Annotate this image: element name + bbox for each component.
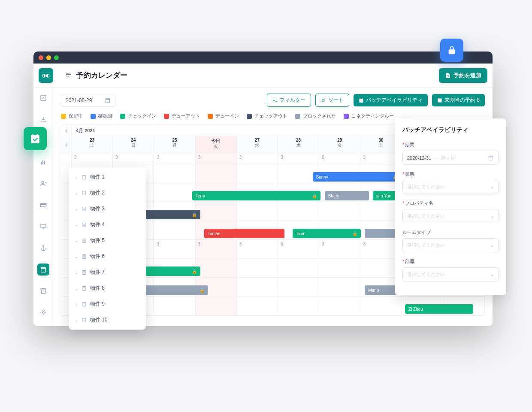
sidebar-item-dashboard[interactable] — [37, 92, 49, 104]
prev-month-button[interactable]: ‹ — [61, 125, 72, 136]
lock-badge — [440, 39, 463, 62]
calendar-cell[interactable] — [154, 297, 195, 315]
property-item[interactable]: ⌄物件 8 — [69, 280, 146, 296]
batch-availability-button[interactable]: バッチアベイラビリティ — [354, 94, 428, 106]
calendar-cell[interactable]: 3 — [154, 240, 195, 258]
svg-rect-14 — [83, 254, 85, 258]
legend-swatch — [295, 114, 300, 119]
calendar-cell[interactable] — [154, 183, 195, 202]
calendar-cell[interactable]: 3 — [196, 240, 237, 258]
booking-bar[interactable]: Tina🔒 — [293, 229, 361, 238]
booking-bar[interactable]: Sunny🔒 — [313, 172, 401, 182]
calendar-cell[interactable] — [278, 297, 319, 315]
filter-icon — [272, 98, 278, 103]
calendar-cell[interactable]: 3 — [319, 240, 360, 258]
period-input[interactable]: 2020-12-31 → 終了日 — [402, 151, 499, 165]
date-picker[interactable]: 2021-06-29 — [61, 94, 115, 107]
calendar-cell[interactable] — [237, 297, 278, 315]
unassigned-button[interactable]: 未割当の予約 8 — [432, 94, 485, 106]
day-header[interactable]: 29金 — [319, 136, 360, 153]
calendar-cell[interactable] — [278, 278, 319, 296]
state-select[interactable]: 選択してください ⌄ — [402, 180, 499, 194]
sidebar-item-archive[interactable] — [37, 285, 49, 297]
calendar-check-icon — [30, 133, 41, 144]
sort-button[interactable]: ソート — [315, 94, 349, 107]
period-label: *期間 — [402, 142, 499, 148]
sidebar-item-anchor[interactable] — [37, 242, 49, 254]
calendar-cell[interactable] — [319, 202, 360, 221]
calendar-cell[interactable] — [154, 164, 195, 183]
sidebar-item-inbox[interactable] — [37, 113, 49, 125]
property-item[interactable]: ⌄物件 6 — [69, 248, 146, 264]
calendar-cell[interactable] — [319, 278, 360, 296]
calendar-cell[interactable] — [319, 297, 360, 315]
day-header[interactable]: 23土 — [72, 136, 113, 153]
filter-button[interactable]: フィルター — [267, 94, 311, 107]
count-cell: 0 — [319, 153, 360, 164]
room-select[interactable]: 選択してください ⌄ — [402, 267, 499, 282]
calendar-cell[interactable] — [278, 202, 319, 221]
calendar-cell[interactable] — [196, 297, 237, 315]
calendar-cell[interactable] — [360, 297, 402, 315]
calendar-cell[interactable] — [319, 259, 360, 277]
list-icon — [437, 98, 442, 103]
calendar-cell[interactable]: 3 — [278, 240, 319, 258]
booking-bar[interactable]: Terry🔒 — [192, 191, 321, 200]
sidebar-item-settings[interactable] — [37, 306, 49, 318]
arrow-icon: → — [434, 155, 438, 161]
day-header[interactable]: 28木 — [278, 136, 319, 153]
building-icon — [82, 318, 87, 323]
day-header[interactable]: 今日火 — [196, 136, 237, 153]
property-item[interactable]: ⌄物件 1 — [69, 169, 146, 185]
calendar-cell[interactable] — [154, 221, 195, 239]
roomtype-select[interactable]: 選択してください ⌄ — [402, 238, 499, 252]
property-item[interactable]: ⌄物件 7 — [69, 264, 146, 280]
svg-rect-3 — [40, 203, 46, 207]
menu-toggle-icon[interactable] — [65, 71, 72, 80]
booking-bar[interactable]: Tomas — [204, 229, 284, 238]
legend-item: ブロックされた — [295, 113, 336, 119]
building-icon — [82, 270, 87, 275]
property-item[interactable]: ⌄物件 4 — [69, 217, 146, 233]
sidebar-item-reports[interactable] — [37, 156, 49, 168]
add-reservation-button[interactable]: 予約を追加 — [439, 68, 487, 83]
property-select[interactable]: 選択してください ⌄ — [402, 209, 499, 223]
calendar-cell[interactable] — [237, 278, 278, 296]
property-item[interactable]: ⌄物件 10 — [69, 312, 146, 328]
building-icon — [82, 238, 87, 243]
calendar-cell[interactable] — [196, 259, 237, 277]
add-icon — [445, 73, 451, 79]
svg-point-5 — [42, 245, 44, 247]
calendar-cell[interactable] — [237, 259, 278, 277]
day-header[interactable]: 25月 — [154, 136, 195, 153]
sidebar-item-payments[interactable] — [37, 199, 49, 211]
sidebar-item-display[interactable] — [37, 221, 49, 233]
day-header[interactable]: 24日 — [113, 136, 154, 153]
calendar-cell[interactable]: 3 — [237, 240, 278, 258]
calendar-cell[interactable] — [237, 164, 278, 183]
count-cell: 3 — [154, 153, 195, 164]
calendar-cell[interactable] — [237, 202, 278, 221]
building-icon — [82, 254, 87, 259]
property-item[interactable]: ⌄物件 5 — [69, 233, 146, 248]
app-logo[interactable]: ◑◐ — [39, 68, 53, 83]
property-item[interactable]: ⌄物件 3 — [69, 201, 146, 217]
booking-bar[interactable]: Zi Zhou — [405, 304, 473, 314]
prev-arrow[interactable]: ‹ — [61, 136, 72, 153]
property-item[interactable]: ⌄物件 2 — [69, 185, 146, 201]
sidebar-item-calendar[interactable] — [37, 264, 49, 276]
booking-bar[interactable]: Shery — [325, 191, 369, 200]
property-item[interactable]: ⌄物件 9 — [69, 296, 146, 312]
minimize-dot[interactable] — [46, 55, 51, 60]
chevron-down-icon: ⌄ — [75, 318, 78, 322]
svg-point-2 — [42, 182, 44, 184]
sidebar-item-guests[interactable] — [37, 178, 49, 190]
close-dot[interactable] — [39, 55, 43, 60]
legend-item: 保留中 — [61, 113, 83, 119]
calendar-cell[interactable] — [196, 164, 237, 183]
maximize-dot[interactable] — [54, 55, 59, 60]
calendar-cell[interactable] — [278, 259, 319, 277]
day-header[interactable]: 27水 — [237, 136, 278, 153]
calendar-cell[interactable] — [196, 202, 237, 221]
lock-icon: 🔒 — [352, 231, 357, 236]
